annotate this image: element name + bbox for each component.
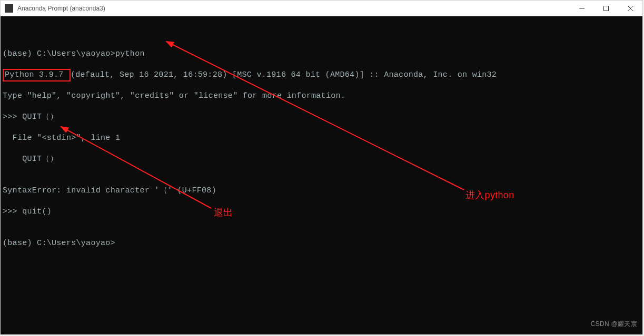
anaconda-prompt-window: Anaconda Prompt (anaconda3) (base) C:\Us… — [0, 0, 643, 335]
command-text: python — [115, 49, 145, 58]
terminal-line — [3, 28, 640, 38]
terminal-line: SyntaxError: invalid character '（' (U+FF… — [3, 186, 640, 196]
terminal-line: >>> quit() — [3, 207, 640, 217]
minimize-icon — [579, 6, 584, 11]
minimize-button[interactable] — [570, 1, 594, 16]
terminal-content[interactable]: (base) C:\Users\yaoyao>python Python 3.9… — [1, 16, 642, 334]
terminal-line: >>> QUIT（） — [3, 112, 640, 123]
terminal-line: QUIT（） — [3, 154, 640, 165]
window-titlebar: Anaconda Prompt (anaconda3) — [1, 1, 642, 16]
close-icon — [628, 6, 633, 11]
window-controls — [570, 1, 642, 16]
prompt-text: (base) C:\Users\yaoyao> — [3, 49, 115, 58]
close-button[interactable] — [618, 1, 642, 16]
version-details: (default, Sep 16 2021, 16:59:28) [MSC v.… — [71, 70, 497, 79]
terminal-line-prompt: (base) C:\Users\yaoyao> — [3, 238, 640, 249]
annotation-arrow-enter — [1, 16, 642, 332]
app-icon — [5, 4, 13, 13]
maximize-button[interactable] — [594, 1, 618, 16]
watermark: CSDN @耀天宸 — [591, 319, 637, 329]
terminal-line-version: Python 3.9.7 (default, Sep 16 2021, 16:5… — [3, 70, 640, 80]
terminal-line: File "<stdin>", line 1 — [3, 133, 640, 144]
annotation-arrow-exit — [1, 16, 642, 332]
maximize-icon — [603, 6, 609, 11]
python-version-highlight: Python 3.9.7 — [3, 69, 71, 82]
svg-rect-1 — [604, 6, 609, 11]
window-title: Anaconda Prompt (anaconda3) — [17, 5, 570, 12]
terminal-line-prompt: (base) C:\Users\yaoyao>python — [3, 49, 640, 59]
terminal-line: Type "help", "copyright", "credits" or "… — [3, 91, 640, 101]
